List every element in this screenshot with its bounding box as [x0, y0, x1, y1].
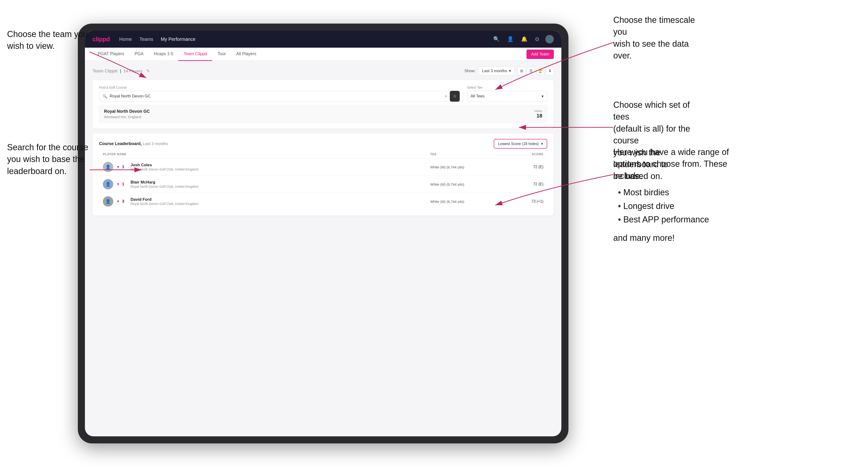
- player-name-2: Blair McHarg: [131, 180, 198, 185]
- holes-label: Holes: [534, 109, 542, 113]
- leaderboard-columns: PLAYER NAME TEE SCORE: [99, 152, 547, 158]
- view-icons: ⊞ ☰ 🏆 ⬇: [518, 67, 554, 75]
- nav-links: Home Teams My Performance: [119, 36, 492, 42]
- player-info-2: 👤 ♥ 1 Blair McHarg Royal North Devon Gol…: [103, 179, 430, 189]
- holes-number: 18: [534, 113, 542, 119]
- download-btn[interactable]: ⬇: [546, 67, 554, 75]
- leaderboard-title: Course Leaderboard,: [99, 141, 142, 146]
- find-golf-course-group: Find a Golf Course 🔍 ✕ ☆: [99, 86, 463, 102]
- player-info-1: 👤 ♥ 1 Josh Coles Royal North Devon Golf …: [103, 162, 430, 172]
- tab-pgat-players[interactable]: PGAT Players: [92, 48, 129, 61]
- trophy-view-btn[interactable]: 🏆: [536, 67, 545, 75]
- player-score-2: 72 (E): [496, 182, 544, 186]
- player-tee-1: White (M) (6,744 yds): [430, 165, 496, 169]
- tab-pga[interactable]: PGA: [129, 48, 149, 61]
- edit-icon[interactable]: ✎: [146, 68, 150, 73]
- sub-nav: PGAT Players PGA Hcaps 1-5 Team Clippd T…: [85, 48, 561, 61]
- leaderboard-subtitle: Last 3 months: [143, 142, 168, 146]
- team-header-row: Team Clippd | 14 Players ✎ Show: Last 3 …: [92, 66, 554, 75]
- tab-tour[interactable]: Tour: [212, 48, 231, 61]
- player-text-1: Josh Coles Royal North Devon Golf Club, …: [131, 163, 198, 171]
- table-row: 👤 ♥ 3 David Ford Royal North Devon Golf …: [99, 193, 547, 210]
- rank-2: 1: [122, 182, 128, 187]
- select-tee-label: Select Tee: [467, 86, 547, 89]
- player-score-3: 73 (+1): [496, 199, 544, 204]
- player-score-1: 72 (E): [496, 165, 544, 169]
- tablet-screen: clippd Home Teams My Performance 🔍 👤 🔔 ⊙…: [85, 31, 561, 436]
- bullet-app: Best APP performance: [618, 213, 745, 226]
- search-input-wrap: 🔍 ✕ ☆: [99, 91, 463, 102]
- player-text-3: David Ford Royal North Devon Golf Club, …: [131, 197, 198, 206]
- tab-all-players[interactable]: All Players: [231, 48, 261, 61]
- logo: clippd: [92, 36, 110, 43]
- search-icon: 🔍: [102, 94, 107, 99]
- show-row: Show: Last 3 months ▾ ⊞ ☰ 🏆 ⬇: [464, 66, 554, 75]
- heart-icon-3: ♥: [117, 199, 119, 204]
- leaderboard-card: Course Leaderboard, Last 3 months Lowest…: [92, 133, 554, 216]
- player-name-3: David Ford: [131, 197, 198, 202]
- chevron-down-icon: ▾: [509, 68, 511, 73]
- favorite-button[interactable]: ☆: [450, 91, 460, 102]
- heart-icon-2: ♥: [117, 182, 119, 186]
- leaderboard-header: Course Leaderboard, Last 3 months Lowest…: [99, 139, 547, 149]
- table-row: 👤 ♥ 1 Blair McHarg Royal North Devon Gol…: [99, 176, 547, 193]
- player-tee-3: White (M) (6,744 yds): [430, 199, 496, 204]
- avatar[interactable]: 👤: [545, 35, 554, 43]
- show-dropdown[interactable]: Last 3 months ▾: [478, 66, 515, 75]
- score-type-dropdown[interactable]: Lowest Score (18 holes) ▾: [494, 139, 547, 149]
- nav-link-home[interactable]: Home: [119, 36, 132, 42]
- nav-link-teams[interactable]: Teams: [140, 36, 153, 42]
- avatar-2: 👤: [103, 179, 113, 189]
- player-club-1: Royal North Devon Golf Club, United King…: [131, 167, 198, 171]
- chevron-down-icon: ▾: [541, 142, 543, 146]
- nav-icons: 🔍 👤 🔔 ⊙ 👤: [492, 35, 554, 44]
- grid-view-btn[interactable]: ⊞: [518, 67, 526, 75]
- rank-1: 1: [122, 165, 128, 169]
- bell-icon-btn[interactable]: 🔔: [520, 35, 529, 44]
- team-title: Team Clippd | 14 Players: [92, 68, 143, 73]
- col-score: SCORE: [496, 152, 544, 156]
- player-info-3: 👤 ♥ 3 David Ford Royal North Devon Golf …: [103, 196, 430, 207]
- course-result[interactable]: Royal North Devon GC Westward Ho!, Engla…: [99, 105, 547, 123]
- course-location: Westward Ho!, England: [104, 115, 150, 119]
- rank-3: 3: [122, 199, 128, 204]
- col-player-name: PLAYER NAME: [103, 152, 430, 156]
- search-icon-btn[interactable]: 🔍: [492, 35, 501, 44]
- avatar-1: 👤: [103, 162, 113, 172]
- tablet-frame: clippd Home Teams My Performance 🔍 👤 🔔 ⊙…: [78, 24, 568, 443]
- golf-course-card: Find a Golf Course 🔍 ✕ ☆ Select Tee All …: [92, 80, 554, 129]
- settings-icon-btn[interactable]: ⊙: [533, 35, 540, 44]
- list-view-btn[interactable]: ☰: [527, 67, 535, 75]
- nav-link-myperformance[interactable]: My Performance: [161, 36, 195, 42]
- col-tee: TEE: [430, 152, 496, 156]
- search-input[interactable]: [110, 94, 442, 99]
- select-tee-group: Select Tee All Tees ▾: [467, 86, 547, 102]
- tee-select-dropdown[interactable]: All Tees ▾: [467, 91, 547, 102]
- search-row: Find a Golf Course 🔍 ✕ ☆ Select Tee All …: [99, 86, 547, 102]
- annotation-mid-left: Search for the course you wish to base t…: [7, 142, 88, 177]
- main-content: Team Clippd | 14 Players ✎ Show: Last 3 …: [85, 61, 561, 226]
- add-team-button[interactable]: Add Team: [526, 50, 554, 59]
- and-more-text: and many more!: [613, 232, 745, 244]
- table-row: 👤 ♥ 1 Josh Coles Royal North Devon Golf …: [99, 158, 547, 176]
- holes-box: Holes 18: [534, 109, 542, 119]
- player-club-3: Royal North Devon Golf Club, United King…: [131, 202, 198, 206]
- annotation-top-right: Choose the timescale you wish to see the…: [613, 14, 703, 62]
- sub-nav-tabs: PGAT Players PGA Hcaps 1-5 Team Clippd T…: [92, 48, 526, 61]
- bullet-drive: Longest drive: [618, 199, 745, 213]
- player-name-1: Josh Coles: [131, 163, 198, 167]
- player-tee-2: White (M) (6,744 yds): [430, 182, 496, 186]
- chevron-down-icon: ▾: [541, 94, 544, 99]
- player-text-2: Blair McHarg Royal North Devon Golf Club…: [131, 180, 198, 188]
- find-golf-course-label: Find a Golf Course: [99, 86, 463, 89]
- course-info: Royal North Devon GC Westward Ho!, Engla…: [104, 109, 150, 119]
- tab-team-clippd[interactable]: Team Clippd: [178, 48, 212, 61]
- avatar-3: 👤: [103, 196, 113, 207]
- heart-icon-1: ♥: [117, 165, 119, 169]
- bullet-birdies: Most birdies: [618, 186, 745, 199]
- clear-search-button[interactable]: ✕: [444, 94, 447, 99]
- tab-hcaps[interactable]: Hcaps 1-5: [149, 48, 178, 61]
- people-icon-btn[interactable]: 👤: [506, 35, 515, 44]
- leaderboard-title-group: Course Leaderboard, Last 3 months: [99, 141, 168, 146]
- nav-bar: clippd Home Teams My Performance 🔍 👤 🔔 ⊙…: [85, 31, 561, 48]
